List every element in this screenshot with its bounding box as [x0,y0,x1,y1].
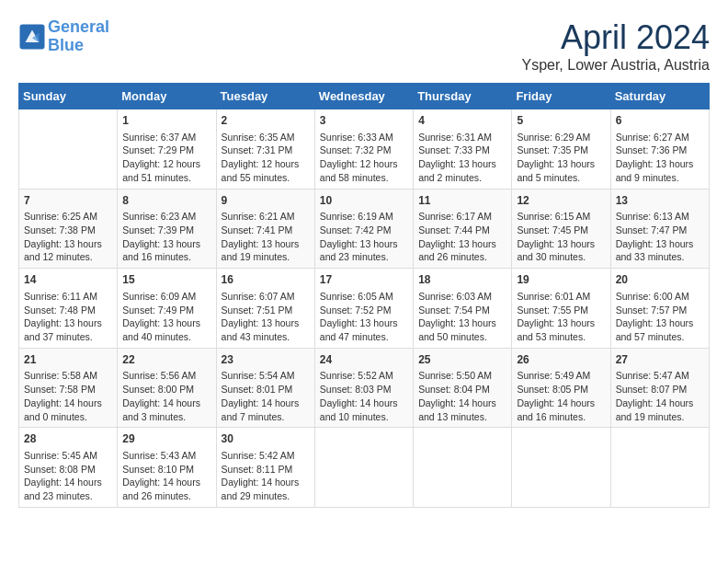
day-number: 30 [222,431,310,447]
day-info: Sunrise: 6:33 AM Sunset: 7:32 PM Dayligh… [320,131,408,185]
day-number: 3 [320,113,408,129]
day-info: Sunrise: 5:45 AM Sunset: 8:08 PM Dayligh… [24,449,112,503]
day-cell: 23Sunrise: 5:54 AM Sunset: 8:01 PM Dayli… [216,348,314,428]
day-cell: 26Sunrise: 5:49 AM Sunset: 8:05 PM Dayli… [512,348,610,428]
day-cell: 5Sunrise: 6:29 AM Sunset: 7:35 PM Daylig… [512,109,610,190]
day-number: 26 [517,352,605,368]
day-cell: 1Sunrise: 6:37 AM Sunset: 7:29 PM Daylig… [118,109,216,190]
day-cell: 4Sunrise: 6:31 AM Sunset: 7:33 PM Daylig… [414,109,512,190]
day-number: 27 [616,352,704,368]
day-info: Sunrise: 6:31 AM Sunset: 7:33 PM Dayligh… [418,131,506,185]
day-cell: 22Sunrise: 5:56 AM Sunset: 8:00 PM Dayli… [118,348,216,428]
day-number: 17 [320,272,408,288]
day-number: 19 [517,272,605,288]
day-cell [314,428,413,508]
day-info: Sunrise: 6:35 AM Sunset: 7:31 PM Dayligh… [222,131,310,185]
day-info: Sunrise: 6:11 AM Sunset: 7:48 PM Dayligh… [24,290,112,344]
day-number: 24 [320,352,408,368]
day-number: 25 [418,352,506,368]
day-cell: 13Sunrise: 6:13 AM Sunset: 7:47 PM Dayli… [610,189,709,269]
day-number: 23 [222,352,310,368]
day-cell [610,428,709,508]
day-info: Sunrise: 6:17 AM Sunset: 7:44 PM Dayligh… [418,210,506,264]
week-row-5: 28Sunrise: 5:45 AM Sunset: 8:08 PM Dayli… [19,428,710,508]
day-cell: 28Sunrise: 5:45 AM Sunset: 8:08 PM Dayli… [19,428,118,508]
col-header-tuesday: Tuesday [216,84,314,109]
day-info: Sunrise: 6:29 AM Sunset: 7:35 PM Dayligh… [517,131,605,185]
week-row-4: 21Sunrise: 5:58 AM Sunset: 7:58 PM Dayli… [19,348,710,428]
day-info: Sunrise: 6:09 AM Sunset: 7:49 PM Dayligh… [122,290,210,344]
day-info: Sunrise: 6:03 AM Sunset: 7:54 PM Dayligh… [418,290,506,344]
calendar-header-row: SundayMondayTuesdayWednesdayThursdayFrid… [19,84,710,109]
week-row-1: 1Sunrise: 6:37 AM Sunset: 7:29 PM Daylig… [19,109,710,190]
day-info: Sunrise: 5:49 AM Sunset: 8:05 PM Dayligh… [517,369,605,423]
week-row-2: 7Sunrise: 6:25 AM Sunset: 7:38 PM Daylig… [19,189,710,269]
day-cell: 9Sunrise: 6:21 AM Sunset: 7:41 PM Daylig… [216,189,314,269]
day-number: 13 [616,193,704,209]
day-number: 2 [222,113,310,129]
day-number: 18 [418,272,506,288]
day-info: Sunrise: 5:52 AM Sunset: 8:03 PM Dayligh… [320,369,408,423]
day-info: Sunrise: 6:00 AM Sunset: 7:57 PM Dayligh… [616,290,704,344]
day-info: Sunrise: 5:54 AM Sunset: 8:01 PM Dayligh… [222,369,310,423]
location: Ysper, Lower Austria, Austria [521,57,710,74]
day-info: Sunrise: 6:13 AM Sunset: 7:47 PM Dayligh… [616,210,704,264]
day-cell: 17Sunrise: 6:05 AM Sunset: 7:52 PM Dayli… [314,269,413,349]
day-info: Sunrise: 6:15 AM Sunset: 7:45 PM Dayligh… [517,210,605,264]
day-cell: 21Sunrise: 5:58 AM Sunset: 7:58 PM Dayli… [19,348,118,428]
day-number: 6 [616,113,704,129]
day-number: 12 [517,193,605,209]
day-number: 14 [24,272,112,288]
day-info: Sunrise: 6:19 AM Sunset: 7:42 PM Dayligh… [320,210,408,264]
day-info: Sunrise: 6:25 AM Sunset: 7:38 PM Dayligh… [24,210,112,264]
col-header-friday: Friday [512,84,610,109]
col-header-thursday: Thursday [414,84,512,109]
day-number: 21 [24,352,112,368]
day-cell: 15Sunrise: 6:09 AM Sunset: 7:49 PM Dayli… [118,269,216,349]
day-cell: 29Sunrise: 5:43 AM Sunset: 8:10 PM Dayli… [118,428,216,508]
day-cell: 11Sunrise: 6:17 AM Sunset: 7:44 PM Dayli… [414,189,512,269]
logo-text: General Blue [48,18,109,55]
day-number: 7 [24,193,112,209]
day-cell: 25Sunrise: 5:50 AM Sunset: 8:04 PM Dayli… [414,348,512,428]
day-info: Sunrise: 6:21 AM Sunset: 7:41 PM Dayligh… [222,210,310,264]
day-info: Sunrise: 6:05 AM Sunset: 7:52 PM Dayligh… [320,290,408,344]
day-cell: 30Sunrise: 5:42 AM Sunset: 8:11 PM Dayli… [216,428,314,508]
day-number: 28 [24,431,112,447]
day-info: Sunrise: 5:56 AM Sunset: 8:00 PM Dayligh… [122,369,210,423]
day-cell: 8Sunrise: 6:23 AM Sunset: 7:39 PM Daylig… [118,189,216,269]
day-cell: 16Sunrise: 6:07 AM Sunset: 7:51 PM Dayli… [216,269,314,349]
title-area: April 2024 Ysper, Lower Austria, Austria [521,18,710,74]
day-cell: 12Sunrise: 6:15 AM Sunset: 7:45 PM Dayli… [512,189,610,269]
day-cell: 3Sunrise: 6:33 AM Sunset: 7:32 PM Daylig… [314,109,413,190]
day-cell: 24Sunrise: 5:52 AM Sunset: 8:03 PM Dayli… [314,348,413,428]
day-number: 22 [122,352,210,368]
day-cell: 6Sunrise: 6:27 AM Sunset: 7:36 PM Daylig… [610,109,709,190]
day-cell [19,109,118,190]
day-cell [414,428,512,508]
day-cell: 10Sunrise: 6:19 AM Sunset: 7:42 PM Dayli… [314,189,413,269]
day-number: 4 [418,113,506,129]
day-info: Sunrise: 5:47 AM Sunset: 8:07 PM Dayligh… [616,369,704,423]
day-info: Sunrise: 5:50 AM Sunset: 8:04 PM Dayligh… [418,369,506,423]
col-header-saturday: Saturday [610,84,709,109]
day-number: 16 [222,272,310,288]
col-header-wednesday: Wednesday [314,84,413,109]
day-info: Sunrise: 5:43 AM Sunset: 8:10 PM Dayligh… [122,449,210,503]
day-number: 10 [320,193,408,209]
day-info: Sunrise: 6:07 AM Sunset: 7:51 PM Dayligh… [222,290,310,344]
day-number: 9 [222,193,310,209]
day-cell: 20Sunrise: 6:00 AM Sunset: 7:57 PM Dayli… [610,269,709,349]
day-info: Sunrise: 6:01 AM Sunset: 7:55 PM Dayligh… [517,290,605,344]
day-number: 15 [122,272,210,288]
day-cell: 7Sunrise: 6:25 AM Sunset: 7:38 PM Daylig… [19,189,118,269]
day-number: 5 [517,113,605,129]
day-info: Sunrise: 5:42 AM Sunset: 8:11 PM Dayligh… [222,449,310,503]
col-header-sunday: Sunday [19,84,118,109]
calendar-table: SundayMondayTuesdayWednesdayThursdayFrid… [18,83,710,508]
col-header-monday: Monday [118,84,216,109]
page-header: General Blue April 2024 Ysper, Lower Aus… [18,18,710,74]
day-cell: 14Sunrise: 6:11 AM Sunset: 7:48 PM Dayli… [19,269,118,349]
day-info: Sunrise: 6:37 AM Sunset: 7:29 PM Dayligh… [122,131,210,185]
day-number: 29 [122,431,210,447]
